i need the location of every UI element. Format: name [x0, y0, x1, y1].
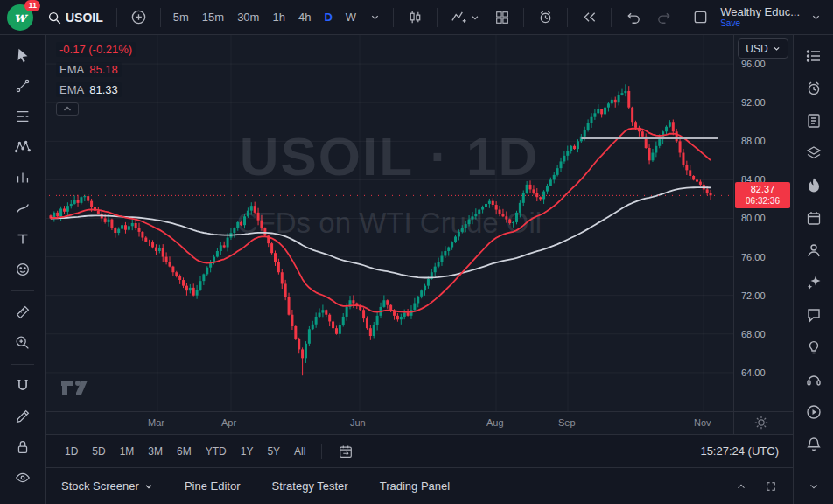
price-scale-label: 72.00 — [741, 290, 766, 301]
app-logo[interactable]: w 11 — [7, 4, 33, 31]
xabcd-pattern-tool[interactable] — [7, 134, 38, 160]
layout-name-block[interactable]: Wealthy Educ... Save — [720, 6, 800, 29]
time-axis-label: Apr — [221, 417, 236, 428]
range-ytd[interactable]: YTD — [200, 442, 232, 461]
indicator-ema-slow[interactable]: EMA81.33 — [56, 82, 136, 97]
indicator-ema-fast[interactable]: EMA85.18 — [56, 62, 136, 77]
range-1y[interactable]: 1Y — [235, 442, 259, 461]
fib-retracement-tool[interactable] — [7, 103, 38, 130]
redo-icon — [656, 9, 673, 25]
timeframe-15m[interactable]: 15m — [198, 6, 228, 29]
symbol-search-button[interactable]: USOIL — [41, 4, 108, 31]
divider — [321, 444, 322, 459]
timeframe-menu-button[interactable] — [365, 4, 385, 31]
alert-button[interactable] — [532, 4, 559, 31]
divider — [116, 8, 117, 27]
divider — [523, 8, 524, 27]
stream-button[interactable] — [802, 402, 826, 423]
price-scale-label: 88.00 — [741, 136, 766, 146]
magnet-tool[interactable] — [7, 373, 38, 399]
timeframe-1h[interactable]: 1h — [268, 6, 289, 29]
goto-date-icon — [338, 444, 354, 459]
calendar-button[interactable] — [802, 207, 826, 228]
chevron-down-icon — [471, 13, 480, 22]
tab-stock-screener[interactable]: Stock Screener — [61, 480, 153, 493]
eye-tool[interactable] — [7, 465, 38, 491]
panel-maximize-button[interactable] — [765, 480, 777, 493]
time-axis[interactable]: MarAprJunAugSepNov — [46, 411, 793, 434]
text-tool[interactable] — [7, 226, 38, 252]
grid-layout-button[interactable] — [489, 4, 515, 31]
range-6m[interactable]: 6M — [172, 442, 197, 461]
range-1m[interactable]: 1M — [115, 442, 140, 461]
prediction-tool[interactable] — [7, 164, 38, 191]
gear-icon — [754, 416, 768, 430]
sidebar-collapse-button[interactable] — [802, 476, 826, 497]
object-tree-button[interactable] — [802, 143, 826, 164]
emoji-tool[interactable] — [7, 256, 38, 283]
compare-add-button[interactable] — [125, 4, 152, 31]
brush-tool[interactable] — [7, 195, 38, 221]
hotlists-button[interactable] — [802, 175, 826, 196]
timeframe-1d[interactable]: D — [319, 6, 336, 29]
indicator-value: 85.18 — [89, 63, 118, 76]
indicators-button[interactable] — [445, 4, 485, 31]
layout-select-button[interactable] — [687, 4, 714, 31]
calendar-icon — [805, 209, 822, 227]
alerts-button[interactable] — [802, 78, 826, 99]
price-scale[interactable]: 96.0092.0088.0084.0080.0076.0072.0068.00… — [733, 35, 793, 411]
scale-settings-button[interactable] — [754, 416, 768, 430]
panel-controls — [735, 480, 777, 493]
zoom-tool[interactable] — [7, 330, 38, 356]
tab-trading-panel[interactable]: Trading Panel — [380, 480, 450, 493]
divider — [733, 412, 734, 434]
divider — [160, 8, 161, 27]
timeframe-1w[interactable]: W — [341, 6, 360, 29]
tradingview-logo[interactable] — [60, 376, 89, 399]
range-3m[interactable]: 3M — [143, 442, 168, 461]
notifications-button[interactable] — [802, 434, 826, 455]
minds-button[interactable] — [802, 337, 826, 358]
goto-date-button[interactable] — [332, 440, 359, 463]
tab-strategy-tester[interactable]: Strategy Tester — [271, 480, 347, 493]
timeframe-30m[interactable]: 30m — [233, 6, 263, 29]
timeframe-5m[interactable]: 5m — [169, 6, 193, 29]
candlestick-chart[interactable] — [46, 35, 733, 411]
range-5d[interactable]: 5D — [87, 442, 110, 461]
tab-pine-editor[interactable]: Pine Editor — [185, 480, 241, 493]
currency-dropdown[interactable]: USD — [738, 38, 788, 59]
watchlist-button[interactable] — [802, 46, 826, 66]
chart-style-button[interactable] — [402, 4, 429, 31]
legend-collapse-button[interactable] — [56, 102, 79, 116]
cursor-tool[interactable] — [7, 42, 38, 68]
layout-menu-button[interactable] — [806, 4, 826, 31]
help-button[interactable] — [802, 369, 826, 390]
ruler-tool[interactable] — [7, 299, 38, 326]
save-button[interactable]: Save — [720, 18, 740, 29]
utc-clock[interactable]: 15:27:24 (UTC) — [700, 444, 779, 458]
trading-app: w 11 USOIL 5m 15m 30m 1h 4h D W — [0, 0, 833, 504]
ai-assistant-button[interactable] — [802, 272, 826, 293]
replay-button[interactable] — [576, 4, 603, 31]
chat-button[interactable] — [802, 304, 826, 326]
timeframe-4h[interactable]: 4h — [294, 6, 315, 29]
flame-icon — [806, 177, 822, 194]
news-button[interactable] — [802, 110, 826, 131]
trend-line-tool[interactable] — [7, 73, 38, 99]
edit-tool[interactable] — [7, 403, 38, 430]
tab-label: Trading Panel — [380, 480, 450, 493]
range-1d[interactable]: 1D — [60, 442, 83, 461]
alert-clock-icon — [537, 9, 554, 25]
range-5y[interactable]: 5Y — [262, 442, 285, 461]
ideas-button[interactable] — [802, 240, 826, 261]
chart-canvas[interactable]: USOIL · 1D CFDs on WTI Crude Oil -0.17 (… — [46, 35, 793, 411]
redo-button[interactable] — [651, 4, 678, 31]
range-all[interactable]: All — [289, 442, 311, 461]
panel-open-button[interactable] — [735, 480, 747, 493]
divider — [611, 8, 612, 27]
last-price-value: 82.37 — [735, 184, 790, 195]
undo-button[interactable] — [620, 4, 647, 31]
layout-name[interactable]: Wealthy Educ... — [720, 6, 800, 18]
lock-tool[interactable] — [7, 434, 38, 460]
tab-label: Strategy Tester — [271, 480, 347, 493]
